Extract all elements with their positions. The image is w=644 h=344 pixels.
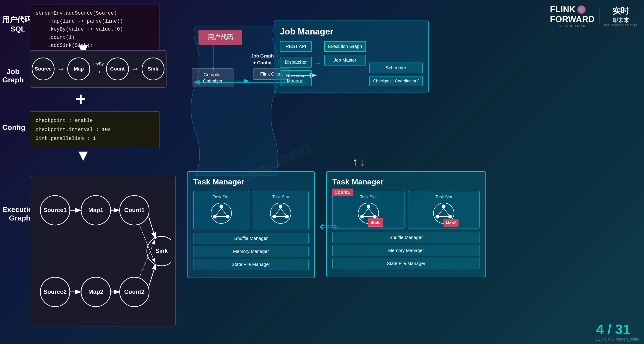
svg-text:Source1: Source1 <box>43 207 66 213</box>
tm-right-slots: Count1 Task Slot State Task Slot <box>332 191 480 228</box>
sink-node: Sink <box>142 58 164 80</box>
svg-text:Map2: Map2 <box>88 288 103 295</box>
logos-area: FLINK 🐦 FORWARD APACHE FLINK 实时 即未来 REAL… <box>550 5 637 28</box>
flink-text: FLINK <box>550 5 576 14</box>
tm-right-state: State File Manager <box>332 258 480 269</box>
svg-line-36 <box>216 208 221 215</box>
svg-point-56 <box>448 215 452 218</box>
svg-point-47 <box>366 205 370 208</box>
svg-line-58 <box>444 208 449 215</box>
page-number: 4 / 31 <box>596 321 630 337</box>
svg-point-54 <box>442 205 446 208</box>
svg-line-21 <box>149 264 156 285</box>
flink-forward-logo: FLINK 🐦 FORWARD APACHE FLINK <box>550 5 595 28</box>
source-label: Source <box>35 66 52 72</box>
job-graph-config-label: Job Graph + Config <box>251 53 274 66</box>
count1-badge: Count1 <box>332 189 353 196</box>
job-manager-title: Job Manager <box>280 27 423 37</box>
svg-point-49 <box>373 215 377 218</box>
jm-arrow-2: → <box>315 60 321 67</box>
scheduler-component: Scheduler <box>369 63 423 73</box>
code-box: streamEnv.addSource(Source) .map(line ->… <box>30 5 160 54</box>
user-code-label-text: 用户代码/ SQL <box>2 16 34 33</box>
task-manager-right: Task Manager Count1 Task Slot State <box>326 171 486 277</box>
tm-right-memory: Memory Manager <box>332 245 480 256</box>
config-box: checkpoint : enable checkpoint.interval … <box>30 111 160 148</box>
job-graph-box: Source → Map keyBy → Count → Sink <box>30 50 166 88</box>
csdn-label: CSDN @Direction_Wind <box>595 337 640 342</box>
config-text: checkpoint : enable checkpoint.interval … <box>36 116 154 143</box>
keyby-label: keyBy <box>92 62 104 67</box>
job-manager-section: Job Manager REST API Dispatcher Resource… <box>274 21 429 93</box>
svg-text:Count2: Count2 <box>124 288 145 295</box>
map2-badge: Map2 <box>444 219 458 227</box>
second-logo-line2: 即未来 <box>604 17 637 24</box>
jm-arrow-1: → <box>315 43 321 50</box>
svg-line-51 <box>368 208 374 215</box>
tm-left-shuffle: Shuffle Manager <box>193 233 309 244</box>
svg-point-55 <box>436 215 439 218</box>
tm-right-slot2-label: Task Slot <box>412 195 476 199</box>
tm-right-shuffle: Shuffle Manager <box>332 232 480 243</box>
svg-line-50 <box>364 208 368 215</box>
dispatcher-component: Dispatcher <box>280 57 312 68</box>
arrow-2: → <box>94 67 102 77</box>
exec-graph-svg: Source1 Map1 Count1 Sink Source2 Map2 Co… <box>35 181 171 321</box>
svg-point-35 <box>226 215 230 218</box>
tm-left-slot2-label: Task Slot <box>257 195 305 199</box>
user-code-to-compiler-arrow <box>204 45 222 72</box>
bird-icon: 🐦 <box>577 5 586 14</box>
tm-left-slot-1: Task Slot <box>193 191 249 229</box>
svg-point-48 <box>360 215 364 218</box>
tm-left-memory: Memory Manager <box>193 246 309 257</box>
tm-left-title: Task Manager <box>193 177 309 186</box>
arrow-3: → <box>131 64 140 74</box>
svg-line-23 <box>139 240 155 279</box>
execution-graph-component: Execution Graph <box>324 41 366 52</box>
svg-point-41 <box>272 215 276 218</box>
code-text: streamEnv.addSource(Source) .map(line ->… <box>36 9 154 50</box>
svg-line-44 <box>280 208 286 215</box>
updown-arrows: ↑↓ <box>352 155 365 168</box>
svg-text:Source2: Source2 <box>43 288 66 295</box>
second-logo-sub: REAL-TIME IS THE FUTURE <box>604 24 637 27</box>
svg-point-33 <box>220 205 223 208</box>
tm-left-slots: Task Slot Task Slot <box>193 191 309 229</box>
tm-left-slot-2: Task Slot <box>253 191 309 229</box>
forward-text: FORWARD <box>550 14 595 24</box>
config-label: Config <box>2 123 25 132</box>
svg-line-37 <box>221 208 226 215</box>
tm-left-slot2-icon <box>269 202 292 225</box>
svg-point-40 <box>279 205 282 208</box>
second-logo: 实时 即未来 REAL-TIME IS THE FUTURE <box>604 6 637 27</box>
tm-right-slot-1: Count1 Task Slot State <box>332 191 404 228</box>
checkpoint-coordinator-component: Checkpoint Coordinator { <box>369 76 423 86</box>
svg-line-57 <box>439 208 444 215</box>
tm-left-state: State File Manager <box>193 259 309 270</box>
job-master-component: Job Master <box>324 55 366 66</box>
state-badge: State <box>368 218 383 227</box>
svg-text:Map1: Map1 <box>88 207 103 213</box>
down-arrow-2: ▼ <box>75 146 91 164</box>
svg-text:Sink: Sink <box>155 248 168 254</box>
apache-text: APACHE FLINK <box>550 24 595 28</box>
task-manager-left: Task Manager Task Slot Task Slot <box>187 171 315 278</box>
tm-right-slot-2: Task Slot Map2 <box>408 191 480 228</box>
plus-sign: + <box>75 89 86 110</box>
job-graph-label: Job Graph <box>2 67 24 84</box>
map-node: Map <box>67 58 90 80</box>
sink-label: Sink <box>148 66 158 72</box>
svg-text:🐦: 🐦 <box>578 7 585 13</box>
exec-graph-box: Source1 Map1 Count1 Sink Source2 Map2 Co… <box>30 176 176 326</box>
flow-bg-shape <box>185 21 285 180</box>
svg-text:Count1: Count1 <box>124 207 145 213</box>
second-logo-line1: 实时 <box>604 6 637 17</box>
arrow-1: → <box>57 64 65 74</box>
svg-line-20 <box>149 217 156 238</box>
source-node: Source <box>32 58 54 80</box>
tm-right-title: Task Manager <box>332 177 480 186</box>
count-label: Count <box>110 66 125 72</box>
user-code-label: 用户代码/ SQL <box>2 15 34 33</box>
tm-left-slot1-label: Task Slot <box>197 195 246 199</box>
resource-manager-component: Resource Manager <box>280 70 312 86</box>
